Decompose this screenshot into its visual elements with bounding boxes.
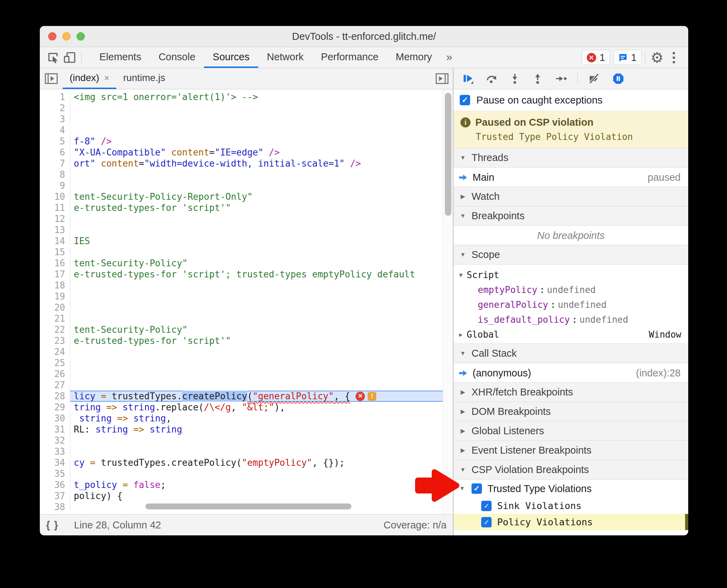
breakpoint-checkbox[interactable]: ✓ [481, 501, 492, 511]
error-count-badge[interactable]: ✕ 1 [582, 50, 610, 65]
step-over-icon[interactable] [486, 73, 497, 84]
line-number[interactable]: 4 [40, 125, 70, 136]
line-number[interactable]: 15 [40, 247, 70, 258]
line-number[interactable]: 6 [40, 147, 70, 158]
line-number[interactable]: 28 [40, 391, 70, 402]
more-tabs-icon[interactable]: » [441, 47, 458, 68]
disclosure-triangle-icon[interactable]: ▶ [459, 427, 467, 435]
line-number[interactable]: 12 [40, 213, 70, 224]
close-window-button[interactable] [48, 32, 56, 41]
line-number[interactable]: 5 [40, 136, 70, 147]
breakpoint-trusted-type-violations[interactable]: ▼✓Trusted Type Violations [454, 480, 688, 498]
line-number[interactable]: 7 [40, 158, 70, 169]
disclosure-triangle-icon[interactable]: ▼ [459, 350, 467, 357]
section-header-global-listeners[interactable]: ▶Global Listeners [454, 421, 688, 441]
disclosure-triangle-icon[interactable]: ▼ [459, 213, 467, 220]
tab-memory[interactable]: Memory [387, 47, 441, 68]
file-tab-index[interactable]: (index)× [63, 68, 116, 89]
section-header-scope[interactable]: ▼Scope [454, 245, 688, 265]
resume-icon[interactable] [463, 73, 474, 84]
section-header-breakpoints[interactable]: ▼Breakpoints [454, 206, 688, 226]
scope-variable[interactable]: is_default_policy: undefined [454, 312, 688, 327]
list-item-Main[interactable]: Mainpaused [454, 168, 688, 187]
line-number[interactable]: 19 [40, 291, 70, 302]
disclosure-triangle-icon[interactable]: ▶ [459, 389, 467, 396]
deactivate-breakpoints-icon[interactable] [588, 73, 600, 84]
line-number[interactable]: 31 [40, 424, 70, 435]
line-number[interactable]: 37 [40, 490, 70, 501]
pretty-print-icon[interactable]: { } [46, 519, 59, 531]
inspect-icon[interactable] [45, 48, 61, 66]
line-number[interactable]: 23 [40, 335, 70, 346]
line-number[interactable]: 29 [40, 402, 70, 413]
inline-error-icon[interactable]: ✕ [356, 392, 365, 401]
settings-gear-icon[interactable]: ⚙ [649, 48, 665, 66]
disclosure-triangle-icon[interactable]: ▼ [459, 154, 467, 161]
disclosure-triangle-icon[interactable]: ▼ [459, 466, 467, 473]
section-header-event-listener-breakpoints[interactable]: ▶Event Listener Breakpoints [454, 440, 688, 460]
line-number[interactable]: 13 [40, 224, 70, 235]
scope-variable[interactable]: emptyPolicy: undefined [454, 282, 688, 297]
tab-performance[interactable]: Performance [312, 47, 387, 68]
line-number[interactable]: 14 [40, 235, 70, 247]
disclosure-triangle-icon[interactable]: ▶ [459, 447, 467, 454]
zoom-window-button[interactable] [77, 32, 85, 41]
breakpoint-checkbox[interactable]: ✓ [481, 517, 492, 527]
line-number[interactable]: 17 [40, 269, 70, 280]
line-number[interactable]: 38 [40, 501, 70, 513]
line-number[interactable]: 10 [40, 191, 70, 202]
breakpoint-policy-violations[interactable]: ✓Policy Violations [454, 514, 688, 530]
line-number[interactable]: 9 [40, 180, 70, 191]
vertical-scrollbar-thumb[interactable] [445, 93, 451, 216]
section-header-xhr-fetch-breakpoints[interactable]: ▶XHR/fetch Breakpoints [454, 382, 688, 402]
horizontal-scrollbar-thumb[interactable] [145, 504, 351, 509]
line-number[interactable]: 22 [40, 324, 70, 335]
line-number[interactable]: 18 [40, 280, 70, 291]
section-header-csp-violation-breakpoints[interactable]: ▼CSP Violation Breakpoints [454, 460, 688, 480]
pause-on-caught-exceptions-row[interactable]: ✓ Pause on caught exceptions [454, 89, 688, 111]
scope-branch-script[interactable]: ▼Script [454, 267, 688, 282]
line-number[interactable]: 35 [40, 468, 70, 479]
disclosure-triangle-icon[interactable]: ▼ [457, 271, 465, 278]
line-number[interactable]: 27 [40, 380, 70, 391]
line-number[interactable]: 1 [40, 91, 70, 103]
line-number[interactable]: 20 [40, 302, 70, 313]
breakpoint-checkbox[interactable]: ✓ [472, 483, 482, 494]
inline-warning-icon[interactable]: ! [368, 392, 376, 401]
line-number[interactable]: 8 [40, 169, 70, 180]
pause-on-caught-checkbox[interactable]: ✓ [460, 95, 470, 105]
disclosure-triangle-icon[interactable]: ▼ [459, 251, 467, 258]
line-number[interactable]: 2 [40, 103, 70, 114]
line-number[interactable]: 16 [40, 258, 70, 269]
file-tab-runtime.js[interactable]: runtime.js [116, 68, 172, 89]
breakpoint-sink-violations[interactable]: ✓Sink Violations [454, 498, 688, 514]
line-number[interactable]: 30 [40, 413, 70, 424]
disclosure-triangle-icon[interactable]: ▼ [458, 485, 466, 492]
scope-branch-global[interactable]: ▶GlobalWindow [454, 327, 688, 342]
list-item-anonymous[interactable]: (anonymous)(index):28 [454, 363, 688, 383]
line-number[interactable]: 3 [40, 114, 70, 125]
step-icon[interactable] [555, 74, 567, 83]
show-navigator-icon[interactable] [45, 73, 58, 84]
step-out-icon[interactable] [532, 73, 543, 84]
step-into-icon[interactable] [510, 73, 520, 84]
minimize-window-button[interactable] [62, 32, 71, 41]
line-number[interactable]: 11 [40, 202, 70, 213]
line-number[interactable]: 26 [40, 368, 70, 380]
disclosure-triangle-icon[interactable]: ▶ [459, 193, 467, 200]
close-tab-icon[interactable]: × [104, 73, 109, 83]
line-number[interactable]: 25 [40, 357, 70, 368]
device-toolbar-icon[interactable] [61, 48, 78, 66]
line-number[interactable]: 32 [40, 435, 70, 446]
line-number[interactable]: 24 [40, 346, 70, 357]
tab-sources[interactable]: Sources [204, 47, 258, 68]
section-header-watch[interactable]: ▶Watch [454, 187, 688, 206]
section-header-threads[interactable]: ▼Threads [454, 148, 688, 168]
pause-on-exceptions-icon[interactable] [612, 73, 624, 84]
disclosure-triangle-icon[interactable]: ▶ [457, 331, 465, 338]
code-editor[interactable]: 1<img src=1 onerror='alert(1)'> -->2345f… [40, 89, 453, 514]
section-header-dom-breakpoints[interactable]: ▶DOM Breakpoints [454, 402, 688, 421]
kebab-menu-icon[interactable] [665, 48, 682, 66]
line-number[interactable]: 36 [40, 479, 70, 490]
tab-network[interactable]: Network [258, 47, 312, 68]
